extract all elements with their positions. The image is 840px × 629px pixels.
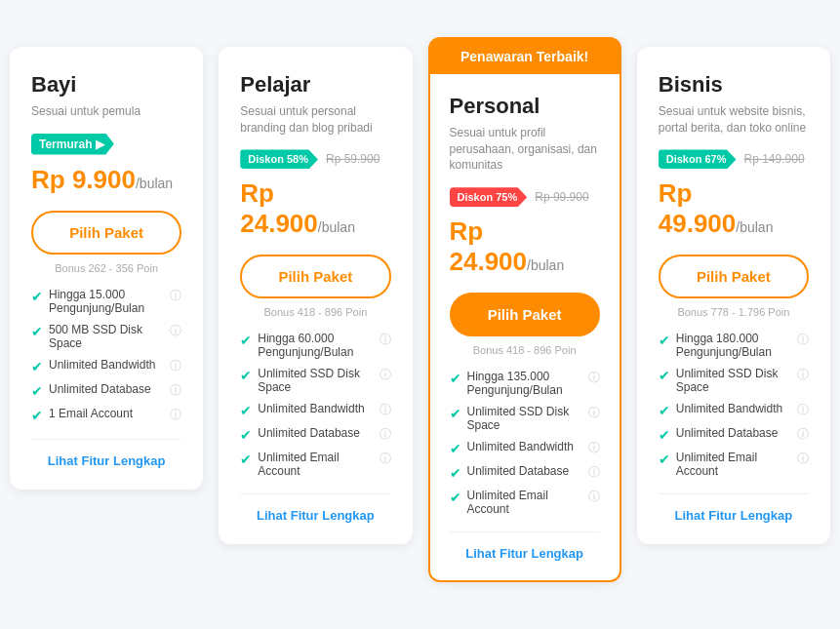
feature-text: Hingga 135.000 Pengunjung/Bulan (467, 370, 582, 397)
feature-text: Unlimited Bandwidth (676, 402, 791, 415)
info-icon: ⓘ (797, 402, 809, 418)
badge-row: Diskon 75% Rp 99.900 (450, 187, 600, 207)
info-icon: ⓘ (797, 451, 809, 467)
check-icon: ✔ (659, 368, 670, 383)
feature-text: Unlimited SSD Disk Space (467, 405, 582, 432)
check-icon: ✔ (450, 441, 461, 456)
feature-item: ✔ Hingga 135.000 Pengunjung/Bulan ⓘ (450, 370, 600, 397)
feature-item: ✔ Hingga 60.000 Pengunjung/Bulan ⓘ (240, 332, 390, 359)
feature-item: ✔ Unlimited Database ⓘ (31, 382, 181, 399)
info-icon: ⓘ (588, 370, 600, 386)
feature-text: Hingga 60.000 Pengunjung/Bulan (258, 332, 373, 359)
lihat-fitur-link[interactable]: Lihat Fitur Lengkap (450, 531, 600, 561)
check-icon: ✔ (240, 368, 252, 383)
original-price: Rp 99.900 (535, 190, 588, 204)
diskon-badge: Diskon 67% (659, 149, 737, 169)
feature-item: ✔ Unlimited Database ⓘ (450, 464, 600, 481)
feature-text: Unlimited SSD Disk Space (258, 367, 373, 394)
check-icon: ✔ (240, 427, 252, 443)
info-icon: ⓘ (797, 332, 809, 348)
badge-row: Termurah ▶ (31, 134, 181, 155)
badge-row: Diskon 67% Rp 149.900 (659, 149, 809, 169)
plan-desc: Sesuai untuk website bisnis, portal beri… (659, 103, 809, 137)
feature-text: Unlimited Database (49, 382, 164, 396)
feature-item: ✔ Hingga 15.000 Pengunjung/Bulan ⓘ (31, 288, 181, 315)
plan-desc: Sesuai untuk personal branding dan blog … (240, 103, 390, 137)
info-icon: ⓘ (380, 451, 391, 467)
bonus-text: Bonus 418 - 896 Poin (450, 344, 600, 356)
feature-text: Hingga 180.000 Pengunjung/Bulan (676, 332, 791, 359)
plan-desc: Sesuai untuk profil perusahaan, organisa… (450, 125, 600, 174)
lihat-fitur-link[interactable]: Lihat Fitur Lengkap (240, 493, 390, 523)
plan-name: Bayi (31, 72, 181, 98)
pilih-paket-button[interactable]: Pilih Paket (240, 255, 390, 298)
info-icon: ⓘ (170, 358, 181, 374)
lihat-fitur-link[interactable]: Lihat Fitur Lengkap (659, 493, 809, 523)
info-icon: ⓘ (380, 332, 391, 348)
feature-item: ✔ Unlimited Email Account ⓘ (450, 489, 600, 516)
featured-badge: Penawaran Terbaik! (430, 39, 620, 74)
check-icon: ✔ (659, 333, 670, 348)
feature-item: ✔ Unlimited Database ⓘ (240, 426, 390, 443)
info-icon: ⓘ (380, 402, 391, 418)
pricing-card-personal: Penawaran Terbaik!PersonalSesuai untuk p… (428, 37, 621, 582)
check-icon: ✔ (659, 452, 670, 467)
info-icon: ⓘ (170, 323, 181, 339)
check-icon: ✔ (31, 383, 43, 399)
feature-text: 1 Email Account (49, 407, 164, 420)
feature-item: ✔ 500 MB SSD Disk Space ⓘ (31, 323, 181, 350)
termurah-badge: Termurah ▶ (31, 134, 114, 155)
plan-name: Personal (450, 94, 600, 119)
pricing-card-bisnis: BisnisSesuai untuk website bisnis, porta… (637, 47, 830, 545)
feature-item: ✔ Unlimited Email Account ⓘ (240, 451, 390, 478)
feature-item: ✔ Unlimited Bandwidth ⓘ (659, 402, 809, 418)
lihat-fitur-link[interactable]: Lihat Fitur Lengkap (31, 439, 181, 468)
original-price: Rp 149.900 (744, 152, 805, 166)
feature-item: ✔ Unlimited Bandwidth ⓘ (450, 440, 600, 456)
info-icon: ⓘ (588, 405, 600, 421)
pilih-paket-button[interactable]: Pilih Paket (450, 293, 600, 336)
feature-item: ✔ Unlimited SSD Disk Space ⓘ (659, 367, 809, 394)
info-icon: ⓘ (588, 440, 600, 456)
feature-text: Unlimited Email Account (467, 489, 582, 516)
feature-text: Unlimited SSD Disk Space (676, 367, 791, 394)
diskon-badge: Diskon 75% (450, 187, 528, 207)
check-icon: ✔ (450, 371, 461, 386)
pricing-card-bayi: BayiSesuai untuk pemula Termurah ▶ Rp 9.… (10, 47, 203, 490)
check-icon: ✔ (240, 403, 252, 418)
feature-text: Hingga 15.000 Pengunjung/Bulan (49, 288, 164, 315)
bonus-text: Bonus 262 - 356 Poin (31, 262, 181, 274)
check-icon: ✔ (31, 359, 43, 374)
feature-text: 500 MB SSD Disk Space (49, 323, 164, 350)
feature-text: Unlimited Email Account (676, 451, 791, 478)
info-icon: ⓘ (380, 367, 391, 383)
feature-item: ✔ Unlimited Bandwidth ⓘ (31, 358, 181, 374)
price-suffix: /bulan (527, 257, 564, 273)
feature-text: Unlimited Bandwidth (467, 440, 582, 453)
check-icon: ✔ (450, 406, 461, 421)
feature-text: Unlimited Bandwidth (258, 402, 373, 415)
info-icon: ⓘ (380, 426, 391, 443)
feature-text: Unlimited Email Account (258, 451, 373, 478)
badge-row: Diskon 58% Rp 59.900 (240, 149, 390, 169)
feature-item: ✔ 1 Email Account ⓘ (31, 407, 181, 423)
feature-item: ✔ Unlimited SSD Disk Space ⓘ (450, 405, 600, 432)
pricing-card-pelajar: PelajarSesuai untuk personal branding da… (219, 47, 412, 545)
feature-item: ✔ Unlimited Database ⓘ (659, 426, 809, 443)
pilih-paket-button[interactable]: Pilih Paket (659, 255, 809, 298)
pilih-paket-button[interactable]: Pilih Paket (31, 211, 181, 255)
check-icon: ✔ (240, 452, 252, 467)
price-suffix: /bulan (318, 219, 355, 235)
check-icon: ✔ (31, 324, 43, 339)
feature-list: ✔ Hingga 60.000 Pengunjung/Bulan ⓘ ✔ Unl… (240, 332, 390, 478)
plan-name: Pelajar (240, 72, 390, 98)
feature-text: Unlimited Bandwidth (49, 358, 164, 372)
feature-list: ✔ Hingga 180.000 Pengunjung/Bulan ⓘ ✔ Un… (659, 332, 809, 478)
plan-desc: Sesuai untuk pemula (31, 103, 181, 120)
feature-list: ✔ Hingga 135.000 Pengunjung/Bulan ⓘ ✔ Un… (450, 370, 600, 516)
price-suffix: /bulan (736, 219, 773, 235)
info-icon: ⓘ (170, 382, 181, 399)
info-icon: ⓘ (588, 489, 600, 505)
info-icon: ⓘ (797, 367, 809, 383)
info-icon: ⓘ (588, 464, 600, 481)
